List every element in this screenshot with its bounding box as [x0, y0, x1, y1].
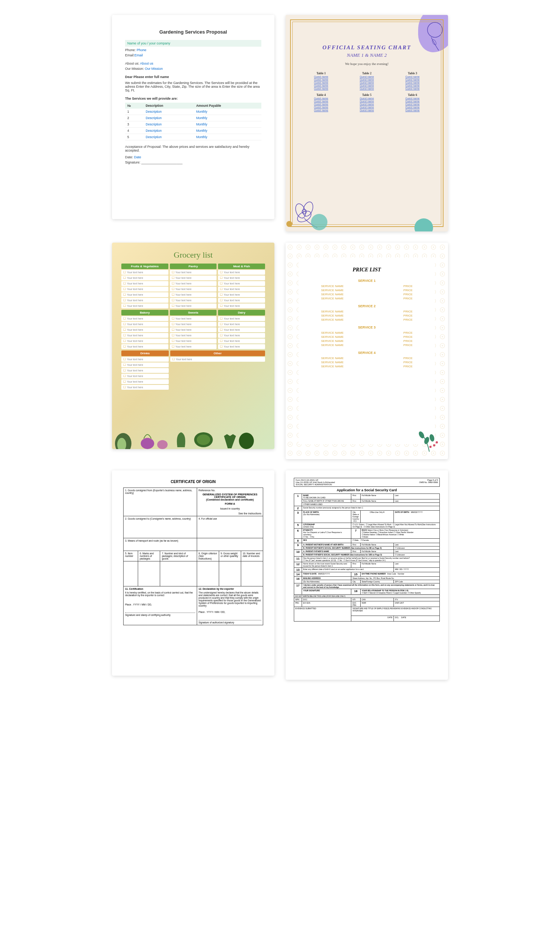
category-header: Bakery — [121, 310, 168, 316]
grocery-item: Your text here — [121, 368, 169, 373]
grocery-item: Your text here — [170, 287, 217, 292]
grocery-item: Your text here — [170, 339, 217, 343]
grocery-item: Your text here — [170, 292, 217, 297]
svg-point-13 — [197, 435, 210, 445]
service-row: SERVICE NAMEPRICE — [310, 356, 424, 360]
date-line: Date: Date — [125, 155, 261, 159]
guest-name: Guest name — [392, 97, 433, 100]
guest-name: Guest name — [300, 84, 342, 87]
title: Application for a Social Security Card — [294, 488, 440, 492]
phone-line: Phone: Phone — [125, 48, 261, 52]
title: OFFICIAL SEATING CHART — [300, 44, 433, 51]
guest-name: Guest name — [346, 97, 388, 100]
service-row: SERVICE NAMEPRICE — [310, 364, 424, 368]
guest-name: Guest name — [392, 106, 433, 108]
title: Gardening Services Proposal — [125, 29, 261, 35]
grocery-item: Your text here — [121, 374, 169, 379]
service-row: SERVICE NAMEPRICE — [310, 331, 424, 335]
category-header: Pantry — [170, 264, 217, 269]
services-table: №DescriptionAmount Payable 1DescriptionM… — [125, 103, 261, 140]
name-field: Name of you / your company — [125, 40, 261, 47]
box-12: 12. Declaration by the exporter The unde… — [197, 586, 263, 625]
service-row: SERVICE NAMEPRICE — [310, 314, 424, 317]
grocery-item: Your text here — [121, 270, 168, 275]
grocery-item: Your text here — [121, 339, 168, 343]
grocery-item: Your text here — [121, 357, 169, 362]
grocery-section-3: DrinksYour text hereYour text hereYour t… — [121, 351, 265, 390]
service-section-header: SERVICE 1 — [310, 279, 424, 282]
table-heading: Table 5 — [346, 93, 388, 97]
category-header: Dairy — [218, 310, 265, 316]
intro-text: We submit the estimates for the Gardenin… — [125, 81, 261, 92]
guest-name: Guest name — [346, 75, 388, 78]
grocery-item: Your text here — [170, 270, 217, 275]
svg-point-11 — [157, 440, 168, 449]
guest-name: Guest name — [392, 103, 433, 105]
template-grid: Gardening Services Proposal Name of you … — [112, 15, 448, 680]
template-gardening-proposal[interactable]: Gardening Services Proposal Name of you … — [112, 15, 275, 219]
service-row: SERVICE NAMEPRICE — [310, 335, 424, 339]
signature-line: Signature: ______________________ — [125, 160, 261, 164]
template-price-list[interactable]: PRICE LIST SERVICE 1SERVICE NAMEPRICESER… — [285, 243, 448, 459]
guest-name: Guest name — [346, 78, 388, 81]
guest-name: Guest name — [346, 106, 388, 108]
box-2: 2. Goods consigned to (Consignee's name,… — [124, 516, 197, 538]
service-section-header: SERVICE 2 — [310, 304, 424, 308]
grocery-item: Your text here — [218, 270, 265, 275]
svg-point-7 — [286, 221, 292, 227]
grocery-item: Your text here — [218, 304, 265, 308]
template-ssa-form[interactable]: Form SS-5 (10-2021) UF Use (11-2019) UF … — [285, 470, 448, 680]
plant-decoration — [416, 427, 443, 453]
svg-point-20 — [429, 446, 432, 448]
form-header: Form SS-5 (10-2021) UF Use (11-2019) UF … — [294, 478, 440, 487]
guest-name: Guest name — [392, 81, 433, 84]
grocery-item: Your text here — [121, 298, 168, 303]
grocery-item: Your text here — [218, 333, 265, 338]
category-header: Meat & Fish — [218, 264, 265, 269]
guest-name: Guest name — [300, 100, 342, 103]
dear-line: Dear Please enter full name — [125, 75, 261, 79]
guest-name: Guest name — [392, 109, 433, 111]
guest-name: Guest name — [346, 103, 388, 105]
category-header: Fruits & Vegetables — [121, 264, 168, 269]
template-certificate-origin[interactable]: CERTIFICATE OF ORIGIN 1. Goods consigned… — [112, 470, 275, 676]
acceptance-text: Acceptance of Proposal: The above prices… — [125, 145, 261, 152]
svg-point-19 — [436, 441, 438, 443]
grocery-item: Your text here — [170, 298, 217, 303]
guest-name: Guest name — [300, 109, 342, 111]
template-seating-chart[interactable]: OFFICIAL SEATING CHART NAME 1 & NAME 2 W… — [285, 15, 448, 232]
service-row: SERVICE NAMEPRICE — [310, 360, 424, 364]
service-row: SERVICE NAMEPRICE — [310, 343, 424, 347]
grocery-section-2: BakeryYour text hereYour text hereYour t… — [121, 310, 265, 349]
service-row: SERVICE NAMEPRICE — [310, 284, 424, 288]
content-area: PRICE LIST SERVICE 1SERVICE NAMEPRICESER… — [299, 258, 435, 444]
table-heading: Table 4 — [300, 93, 342, 97]
grocery-item: Your text here — [218, 316, 265, 321]
svg-point-17 — [429, 434, 435, 442]
guest-name: Guest name — [392, 87, 433, 90]
grocery-item: Your text here — [170, 316, 217, 321]
category-header: Other — [170, 351, 265, 356]
grocery-item: Your text here — [218, 298, 265, 303]
grocery-item: Your text here — [218, 275, 265, 280]
grocery-section-1: Fruits & VegetablesYour text hereYour te… — [121, 264, 265, 308]
grocery-item: Your text here — [218, 322, 265, 327]
grocery-item: Your text here — [121, 344, 168, 349]
template-grocery-list[interactable]: Grocery list Fruits & VegetablesYour tex… — [112, 243, 275, 449]
service-row: SERVICE NAMEPRICE — [310, 317, 424, 322]
guest-name: Guest name — [346, 81, 388, 84]
flower-decoration-bl — [285, 185, 332, 232]
svg-point-14 — [239, 433, 254, 449]
svg-point-6 — [311, 214, 327, 230]
grocery-item: Your text here — [170, 304, 217, 308]
guest-name: Guest name — [300, 106, 342, 108]
svg-point-3 — [301, 200, 315, 218]
guest-name: Guest name — [392, 84, 433, 87]
grocery-item: Your text here — [121, 275, 168, 280]
email-line: Email:Email — [125, 53, 261, 57]
guest-name: Guest name — [392, 100, 433, 103]
guest-name: Guest name — [300, 81, 342, 84]
grocery-item: Your text here — [121, 327, 168, 332]
grocery-item: Your text here — [218, 287, 265, 292]
grocery-item: Your text here — [218, 281, 265, 286]
